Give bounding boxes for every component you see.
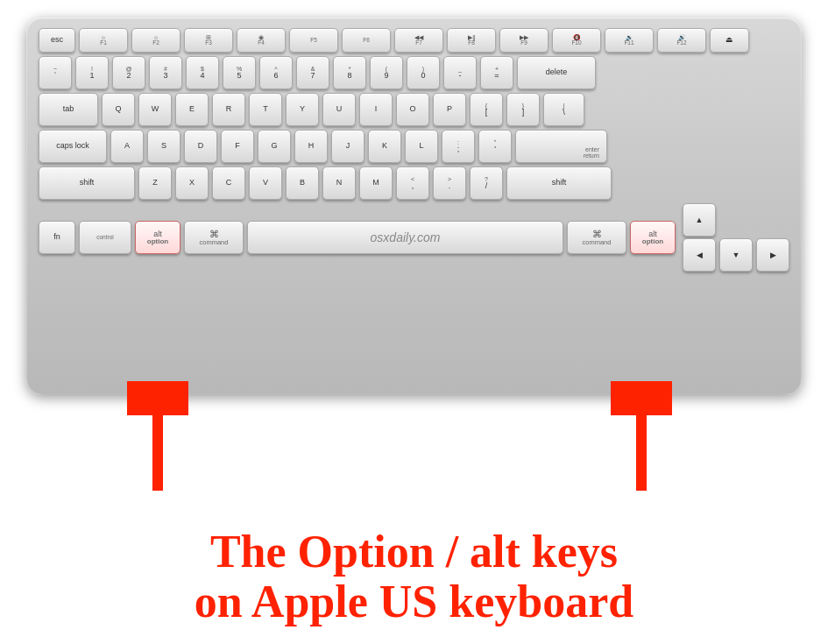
key-control[interactable]: control: [79, 221, 131, 254]
key-e[interactable]: E: [175, 93, 209, 126]
key-f10[interactable]: 🔇F10: [552, 28, 601, 53]
key-comma[interactable]: <,: [396, 166, 429, 200]
key-o[interactable]: O: [396, 93, 429, 126]
key-b[interactable]: B: [286, 166, 319, 200]
zxcv-key-row: shift Z X C V B N M <, >. ?/ shift: [39, 166, 789, 200]
function-key-row: esc ☼F1 ☼F2 ⊞F3 ◉F4 F5 F6 ◀◀F7 ▶‖F8 ▶▶F9…: [39, 28, 789, 53]
key-fn[interactable]: fn: [39, 221, 75, 254]
key-f7[interactable]: ◀◀F7: [394, 28, 443, 53]
red-arrow-right: [611, 381, 672, 495]
qwerty-key-row: tab Q W E R T Y U I O P {[ }] |\: [39, 93, 789, 126]
key-command-right[interactable]: ⌘ command: [567, 221, 626, 254]
caption-line2: on Apple US keyboard: [0, 577, 828, 626]
key-m[interactable]: M: [359, 166, 393, 200]
key-x[interactable]: X: [175, 166, 209, 200]
key-v[interactable]: V: [249, 166, 282, 200]
key-option-right[interactable]: alt option: [630, 221, 676, 254]
key-u[interactable]: U: [322, 93, 356, 126]
key-f2[interactable]: ☼F2: [131, 28, 180, 53]
key-n[interactable]: N: [322, 166, 356, 200]
key-d[interactable]: D: [184, 130, 217, 163]
key-w[interactable]: W: [138, 93, 172, 126]
key-h[interactable]: H: [294, 130, 328, 163]
key-0[interactable]: )0: [407, 56, 440, 89]
key-3[interactable]: #3: [149, 56, 182, 89]
key-period[interactable]: >.: [433, 166, 466, 200]
caption-line1: The Option / alt keys: [0, 527, 828, 577]
key-s[interactable]: S: [147, 130, 180, 163]
key-right-shift[interactable]: shift: [506, 166, 612, 200]
key-tab[interactable]: tab: [39, 93, 98, 126]
key-equals[interactable]: +=: [480, 56, 513, 89]
key-f[interactable]: F: [221, 130, 254, 163]
key-5[interactable]: %5: [223, 56, 256, 89]
key-arrow-right[interactable]: ▶: [756, 238, 789, 272]
asdf-key-row: caps lock A S D F G H J K L :; "' enter …: [39, 130, 789, 163]
bottom-key-row: fn control alt option ⌘ command osxdaily…: [39, 203, 789, 272]
website-text: osxdaily.com: [371, 230, 441, 244]
key-minus[interactable]: _-: [443, 56, 477, 89]
key-left-shift[interactable]: shift: [39, 166, 135, 200]
key-command-left[interactable]: ⌘ command: [184, 221, 244, 254]
key-lbracket[interactable]: {[: [470, 93, 503, 126]
key-7[interactable]: &7: [296, 56, 329, 89]
key-spacebar[interactable]: osxdaily.com: [247, 221, 563, 254]
key-arrow-left[interactable]: ◀: [683, 238, 716, 272]
key-f6[interactable]: F6: [342, 28, 391, 53]
key-2[interactable]: @2: [112, 56, 145, 89]
key-f4[interactable]: ◉F4: [237, 28, 286, 53]
key-g[interactable]: G: [258, 130, 291, 163]
key-rbracket[interactable]: }]: [506, 93, 540, 126]
key-capslock[interactable]: caps lock: [39, 130, 107, 163]
key-a[interactable]: A: [110, 130, 144, 163]
key-i[interactable]: I: [359, 93, 393, 126]
key-k[interactable]: K: [368, 130, 401, 163]
key-l[interactable]: L: [405, 130, 438, 163]
key-p[interactable]: P: [433, 93, 466, 126]
key-f12[interactable]: 🔊F12: [657, 28, 706, 53]
key-f1[interactable]: ☼F1: [79, 28, 128, 53]
key-enter[interactable]: enter return: [515, 130, 607, 163]
key-8[interactable]: *8: [333, 56, 366, 89]
key-f11[interactable]: 🔉F11: [605, 28, 654, 53]
key-f8[interactable]: ▶‖F8: [447, 28, 496, 53]
red-arrow-left: [127, 381, 188, 495]
keyboard-body: esc ☼F1 ☼F2 ⊞F3 ◉F4 F5 F6 ◀◀F7 ▶‖F8 ▶▶F9…: [26, 18, 802, 394]
caption: The Option / alt keys on Apple US keyboa…: [0, 527, 828, 626]
key-eject[interactable]: ⏏: [710, 28, 749, 53]
key-arrow-down[interactable]: ▼: [719, 238, 753, 272]
key-1[interactable]: !1: [75, 56, 109, 89]
key-tilde[interactable]: ~`: [39, 56, 72, 89]
svg-marker-2: [136, 381, 180, 407]
key-6[interactable]: ^6: [259, 56, 293, 89]
key-slash[interactable]: ?/: [470, 166, 503, 200]
key-j[interactable]: J: [331, 130, 364, 163]
key-quote[interactable]: "': [478, 130, 512, 163]
key-f3[interactable]: ⊞F3: [184, 28, 233, 53]
key-f5[interactable]: F5: [289, 28, 338, 53]
key-arrow-up[interactable]: ▲: [683, 203, 716, 237]
key-backslash[interactable]: |\: [543, 93, 584, 126]
key-f9[interactable]: ▶▶F9: [499, 28, 548, 53]
key-option-left[interactable]: alt option: [135, 221, 180, 254]
key-4[interactable]: $4: [186, 56, 219, 89]
key-9[interactable]: (9: [370, 56, 403, 89]
key-q[interactable]: Q: [102, 93, 135, 126]
arrow-key-group: ▲ ◀ ▼ ▶: [683, 203, 789, 272]
key-t[interactable]: T: [249, 93, 282, 126]
key-y[interactable]: Y: [286, 93, 319, 126]
number-key-row: ~` !1 @2 #3 $4 %5 ^6 &7 *8 (9 )0 _- += d…: [39, 56, 789, 89]
key-esc[interactable]: esc: [39, 28, 75, 53]
key-semicolon[interactable]: :;: [442, 130, 475, 163]
key-z[interactable]: Z: [138, 166, 172, 200]
key-r[interactable]: R: [212, 93, 245, 126]
svg-marker-5: [619, 381, 663, 407]
key-c[interactable]: C: [212, 166, 245, 200]
key-delete[interactable]: delete: [517, 56, 596, 89]
